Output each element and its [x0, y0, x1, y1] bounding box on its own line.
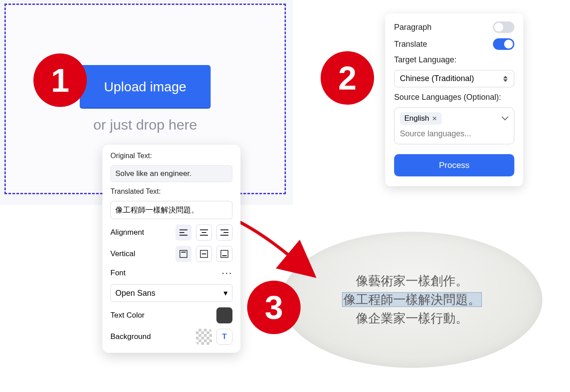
valign-top-icon [179, 250, 187, 258]
font-more-button[interactable]: ··· [222, 267, 232, 279]
original-text-field[interactable]: Solve like an engineer. [110, 165, 232, 182]
valign-middle-button[interactable] [196, 246, 212, 262]
source-language-tag-label: English [404, 114, 429, 123]
align-left-icon [179, 229, 187, 236]
remove-tag-icon[interactable]: ✕ [432, 115, 437, 122]
drop-hint-text: or just drop here [93, 117, 197, 133]
source-languages-input[interactable] [400, 129, 509, 139]
process-button[interactable]: Process [394, 154, 514, 176]
updown-icon [503, 76, 509, 82]
text-editor-panel: Original Text: Solve like an engineer. T… [102, 145, 240, 353]
valign-top-button[interactable] [175, 246, 191, 262]
vertical-label: Vertical [110, 249, 135, 258]
text-color-label: Text Color [110, 311, 145, 320]
step-badge-3: 3 [247, 281, 301, 334]
valign-middle-icon [200, 250, 208, 258]
svg-rect-0 [180, 250, 187, 257]
align-right-icon [220, 229, 228, 236]
font-select[interactable]: Open Sans ▾ [110, 284, 232, 302]
svg-rect-2 [221, 250, 228, 257]
translate-label: Translate [394, 40, 427, 49]
result-line-2-selection: 像工程師一樣解決問題。 [342, 293, 481, 306]
background-transparent-swatch[interactable] [196, 329, 212, 345]
step-badge-1: 1 [33, 53, 87, 107]
result-line-2: 像工程師一樣解決問題。 [342, 290, 481, 309]
font-label: Font [110, 269, 126, 278]
target-language-value: Chinese (Traditional) [400, 74, 474, 83]
result-line-3: 像企業家一樣行動。 [356, 309, 468, 328]
paragraph-label: Paragraph [394, 23, 432, 32]
translated-text-label: Translated Text: [110, 188, 232, 196]
align-center-button[interactable] [196, 225, 212, 241]
source-language-tag[interactable]: English ✕ [400, 112, 442, 125]
original-text-label: Original Text: [110, 152, 232, 160]
alignment-label: Alignment [110, 228, 144, 237]
translated-text-field[interactable]: 像工程師一樣解決問題。 [110, 201, 232, 219]
align-right-button[interactable] [216, 225, 232, 241]
valign-bottom-icon [220, 250, 228, 258]
settings-panel: Paragraph Translate Target Language: Chi… [385, 13, 523, 186]
target-language-select[interactable]: Chinese (Traditional) [394, 70, 514, 87]
valign-bottom-button[interactable] [216, 246, 232, 262]
background-label: Background [110, 332, 151, 341]
result-preview: 像藝術家一樣創作。 像工程師一樣解決問題。 像企業家一樣行動。 [281, 232, 542, 368]
chevron-down-icon[interactable] [501, 114, 509, 122]
target-language-label: Target Language: [394, 55, 514, 65]
upload-image-button[interactable]: Upload image [80, 65, 210, 109]
text-color-swatch[interactable] [216, 307, 232, 323]
align-left-button[interactable] [175, 225, 191, 241]
caret-down-icon: ▾ [224, 288, 228, 298]
step-badge-2: 2 [321, 51, 374, 105]
font-value: Open Sans [115, 289, 155, 298]
result-line-1: 像藝術家一樣創作。 [356, 272, 468, 290]
paragraph-toggle[interactable] [493, 21, 514, 33]
background-text-mode-button[interactable]: T [216, 329, 232, 345]
source-languages-box[interactable]: English ✕ [394, 107, 514, 144]
translate-toggle[interactable] [493, 38, 514, 50]
align-center-icon [200, 229, 208, 236]
source-languages-label: Source Languages (Optional): [394, 93, 514, 102]
